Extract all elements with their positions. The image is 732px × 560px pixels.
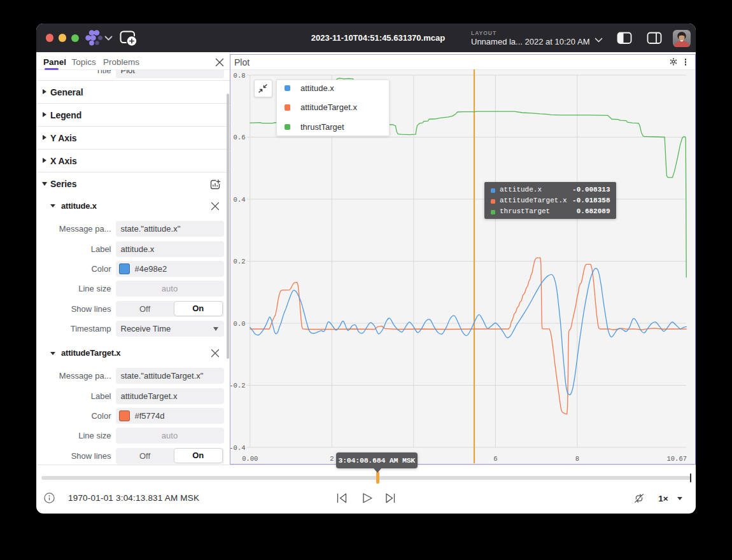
- svg-text:6: 6: [493, 455, 497, 463]
- svg-text:0.0: 0.0: [234, 320, 246, 328]
- svg-text:0.00: 0.00: [242, 455, 258, 463]
- svg-text:-0.2: -0.2: [230, 382, 246, 389]
- svg-text:0.2: 0.2: [234, 258, 246, 265]
- svg-text:2: 2: [330, 455, 334, 463]
- svg-text:0.8: 0.8: [234, 72, 246, 80]
- svg-text:0.4: 0.4: [234, 196, 246, 204]
- svg-text:10.67: 10.67: [666, 455, 687, 463]
- svg-text:-0.4: -0.4: [230, 444, 246, 452]
- svg-text:0.6: 0.6: [234, 134, 246, 141]
- svg-text:8: 8: [575, 455, 579, 463]
